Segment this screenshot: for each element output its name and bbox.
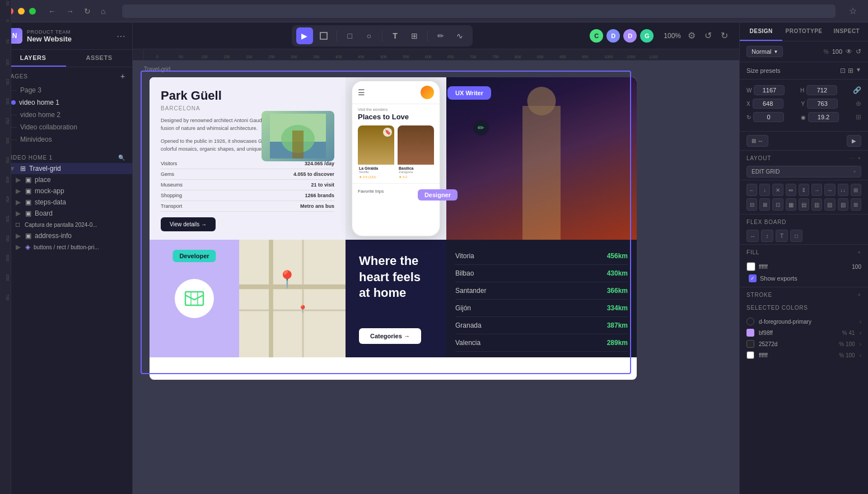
page-item-video-collab[interactable]: ⋯ Video collaboration	[7, 121, 125, 133]
flex-v-icon[interactable]: ↕	[761, 230, 773, 242]
grid-icon-2[interactable]: ⊠	[759, 198, 770, 211]
browser-maximize[interactable]	[29, 8, 36, 15]
align-icon[interactable]: ⊕	[856, 100, 861, 108]
layout-options-icon[interactable]: ⋯	[850, 155, 856, 161]
url-bar[interactable]	[122, 4, 836, 18]
align-h-center-icon[interactable]: ⇔	[786, 184, 796, 196]
layer-travel-grid[interactable]: ▼ ⊞ Travel-grid	[0, 163, 132, 174]
chevron-down-icon-2[interactable]: ▼	[856, 67, 861, 74]
show-exports-checkbox[interactable]: ✓	[749, 274, 757, 282]
text-tool[interactable]: T	[387, 27, 404, 44]
tab-inspect[interactable]: INSPECT	[825, 22, 868, 41]
mode-select[interactable]: Normal ▼	[746, 46, 783, 57]
lock-icon[interactable]: ↺	[856, 48, 861, 55]
link-icon[interactable]: 🔗	[853, 86, 861, 94]
view-details-button[interactable]: View details →	[161, 217, 216, 231]
add-fill-icon[interactable]: +	[857, 249, 861, 255]
home-button[interactable]: ⌂	[97, 6, 109, 17]
zoom-level[interactable]: 100%	[664, 32, 681, 40]
reload-button[interactable]: ↻	[81, 6, 94, 17]
grid-icon-4[interactable]: ▦	[786, 198, 796, 211]
grid-icon-3[interactable]: ⊡	[772, 198, 783, 211]
page-item-minivideos[interactable]: ⋯ Minivideos	[7, 133, 125, 146]
expand-canvas-button[interactable]: ⊞ ↔	[746, 135, 768, 147]
resize-icon[interactable]: ⊡	[840, 67, 846, 74]
canvas-area[interactable]: Travel-grid Park Güell BARCELONA Designe…	[133, 60, 739, 494]
tab-prototype[interactable]: PROTOTYPE	[782, 22, 825, 41]
flex-box-icon[interactable]: □	[790, 230, 802, 242]
back-button[interactable]: ←	[45, 6, 59, 17]
fill-color-swatch[interactable]	[746, 262, 755, 271]
browser-minimize[interactable]	[18, 8, 25, 15]
frame-tool[interactable]	[315, 27, 332, 44]
table-icon[interactable]: ⊞	[851, 184, 861, 196]
flex-text-icon[interactable]: T	[776, 230, 788, 242]
rect-tool[interactable]: □	[342, 27, 358, 44]
more-icon[interactable]: ⊞	[856, 113, 861, 121]
tab-assets[interactable]: ASSETS	[66, 50, 132, 67]
circle-tool[interactable]: ○	[361, 27, 377, 44]
rotation-group: ↻ 0	[746, 112, 784, 122]
layer-place[interactable]: ▶ ▣ place	[0, 174, 132, 185]
pen-tool[interactable]: ✏	[432, 27, 449, 44]
width-input[interactable]: 1167	[754, 85, 785, 95]
color-swatch-4[interactable]	[746, 351, 754, 359]
page-item-video-home-1[interactable]: video home 1	[7, 96, 125, 109]
forward-button[interactable]: →	[63, 6, 77, 17]
grid-icon-1[interactable]: ⊟	[746, 198, 757, 211]
bezier-tool[interactable]: ∿	[451, 27, 468, 44]
project-menu-button[interactable]: ⋯	[116, 31, 125, 41]
image-tool[interactable]: ⊞	[406, 27, 423, 44]
rotation-input[interactable]: 0	[753, 112, 784, 122]
select-tool[interactable]: ▶	[296, 27, 313, 44]
layer-address-info[interactable]: ▶ ▣ address-info	[0, 230, 132, 241]
add-layout-icon[interactable]: +	[857, 155, 861, 161]
fill-opacity-value[interactable]: 100	[852, 264, 861, 270]
x-input[interactable]: 648	[753, 99, 783, 109]
color-swatch-1[interactable]	[746, 318, 754, 325]
undo-icon[interactable]: ↺	[702, 28, 714, 43]
share-icon[interactable]: ⚙	[685, 28, 698, 43]
grid-table-icon[interactable]: ⊞	[851, 198, 861, 211]
layer-steps-data[interactable]: ▶ ▣ steps-data	[0, 197, 132, 208]
radius-input[interactable]: 19.2	[808, 112, 839, 122]
delete-icon[interactable]: ✕	[772, 184, 783, 196]
avatar-c: C	[589, 28, 604, 44]
flex-h-icon[interactable]: ↔	[746, 230, 759, 242]
expand-icon[interactable]: ⊞	[848, 67, 853, 74]
height-input[interactable]: 712	[806, 85, 837, 95]
search-layers-icon[interactable]: 🔍	[118, 155, 125, 161]
align-end-icon[interactable]: ↓↓	[838, 184, 848, 196]
align-down-icon[interactable]: ↓	[759, 184, 770, 196]
color-swatch-2[interactable]	[746, 329, 754, 337]
city-photo-cell	[446, 77, 637, 240]
layer-mock-app[interactable]: ▶ ▣ mock-app	[0, 185, 132, 197]
add-stroke-icon[interactable]: +	[857, 292, 861, 298]
align-left-icon[interactable]: ←	[746, 184, 757, 196]
grid-icon-8[interactable]: ▧	[838, 198, 848, 211]
grid-icon-6[interactable]: ▥	[811, 198, 822, 211]
page-item-video-home-2[interactable]: ⋯ video home 2	[7, 109, 125, 121]
visibility-icon[interactable]: 👁	[846, 48, 852, 55]
size-presets-label[interactable]: Size presets	[746, 67, 781, 74]
play-button[interactable]: ▶	[847, 135, 861, 147]
layer-captura[interactable]: □ Captura de pantalla 2024-0...	[0, 219, 132, 230]
layer-board[interactable]: ▶ ▣ Board	[0, 208, 132, 219]
grid-icon-7[interactable]: ▨	[824, 198, 835, 211]
add-page-button[interactable]: +	[120, 72, 125, 81]
categories-button[interactable]: Categories →	[359, 328, 421, 344]
edit-grid-button[interactable]: EDIT GRID +	[746, 166, 861, 178]
align-v-center-icon[interactable]: ⇕	[799, 184, 809, 196]
bookmark-icon[interactable]: ☆	[849, 6, 857, 16]
align-right-icon[interactable]: →	[811, 184, 822, 196]
color-swatch-3[interactable]	[746, 340, 754, 348]
fill-hex-value[interactable]: ffffff	[759, 264, 852, 270]
tab-design[interactable]: DESIGN	[740, 22, 782, 41]
redo-icon[interactable]: ↻	[718, 28, 730, 43]
grid-icon-5[interactable]: ▤	[799, 198, 809, 211]
opacity-value[interactable]: 100	[832, 48, 842, 55]
align-stretch-icon[interactable]: ↔	[824, 184, 835, 196]
layer-button[interactable]: ▶ ◈ buttons / rect / button-pri...	[0, 241, 132, 253]
y-input[interactable]: 763	[807, 99, 838, 109]
page-item-page3[interactable]: ⋯ Page 3	[7, 84, 125, 96]
